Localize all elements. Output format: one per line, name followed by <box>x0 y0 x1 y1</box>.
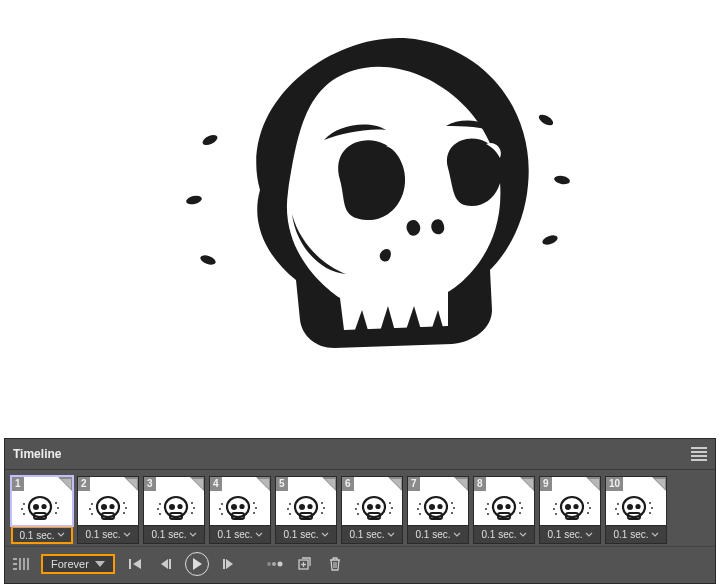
frame-number: 2 <box>78 477 90 491</box>
svg-point-102 <box>617 513 619 515</box>
svg-point-48 <box>299 504 305 510</box>
prev-frame-button[interactable] <box>155 554 175 574</box>
frame-thumbnail[interactable]: 7 <box>407 476 469 526</box>
svg-marker-111 <box>226 559 233 569</box>
tween-button[interactable] <box>265 554 285 574</box>
next-frame-button[interactable] <box>219 554 239 574</box>
frame-corner-fold-icon <box>322 477 336 491</box>
frame-delay-label: 0.1 sec. <box>283 529 318 540</box>
svg-point-51 <box>287 508 289 510</box>
timeline-frame[interactable]: 6 0.1 sec. <box>341 476 403 544</box>
svg-point-43 <box>253 502 255 504</box>
frame-corner-fold-icon <box>652 477 666 491</box>
frame-delay-select[interactable]: 0.1 sec. <box>341 526 403 544</box>
timeline-frame[interactable]: 7 0.1 sec. <box>407 476 469 544</box>
timeline-frames-strip: 1 0.1 sec.2 0.1 sec.3 0.1 sec.4 <box>5 470 715 546</box>
timeline-frame[interactable]: 4 0.1 sec. <box>209 476 271 544</box>
frame-delay-select[interactable]: 0.1 sec. <box>539 526 601 544</box>
svg-point-9 <box>41 503 46 508</box>
frame-thumbnail[interactable]: 2 <box>77 476 139 526</box>
svg-point-29 <box>177 503 182 508</box>
frame-delay-select[interactable]: 0.1 sec. <box>209 526 271 544</box>
frame-delay-select[interactable]: 0.1 sec. <box>143 526 205 544</box>
frame-delay-label: 0.1 sec. <box>19 530 54 541</box>
svg-point-89 <box>573 503 578 508</box>
svg-point-91 <box>553 508 555 510</box>
frame-delay-label: 0.1 sec. <box>151 529 186 540</box>
svg-point-75 <box>451 512 453 514</box>
frame-delay-select[interactable]: 0.1 sec. <box>473 526 535 544</box>
svg-point-45 <box>253 512 255 514</box>
first-frame-button[interactable] <box>125 554 145 574</box>
timeline-controls: Forever <box>5 546 715 583</box>
chevron-down-icon <box>57 532 65 538</box>
timeline-menu-button[interactable] <box>691 447 707 461</box>
svg-point-105 <box>649 512 651 514</box>
svg-point-42 <box>221 513 223 515</box>
frame-corner-fold-icon <box>58 477 72 491</box>
svg-point-64 <box>391 507 393 509</box>
timeline-frame[interactable]: 2 0.1 sec. <box>77 476 139 544</box>
frame-thumbnail[interactable]: 9 <box>539 476 601 526</box>
frame-delay-select[interactable]: 0.1 sec. <box>11 526 73 544</box>
frame-delay-select[interactable]: 0.1 sec. <box>275 526 337 544</box>
svg-point-114 <box>277 562 282 567</box>
svg-point-23 <box>123 502 125 504</box>
svg-point-40 <box>221 503 223 505</box>
svg-point-3 <box>537 113 555 128</box>
svg-point-84 <box>521 507 523 509</box>
frame-thumb-content <box>12 492 72 525</box>
frame-thumbnail[interactable]: 4 <box>209 476 271 526</box>
convert-to-video-timeline-button[interactable] <box>11 554 31 574</box>
frame-delay-select[interactable]: 0.1 sec. <box>605 526 667 544</box>
svg-point-99 <box>635 503 640 508</box>
timeline-frame[interactable]: 8 0.1 sec. <box>473 476 535 544</box>
svg-rect-106 <box>129 559 131 569</box>
svg-point-80 <box>487 503 489 505</box>
timeline-frame[interactable]: 5 0.1 sec. <box>275 476 337 544</box>
svg-point-104 <box>651 507 653 509</box>
svg-point-55 <box>321 512 323 514</box>
svg-point-70 <box>419 503 421 505</box>
svg-point-68 <box>429 504 435 510</box>
timeline-frame[interactable]: 10 0.1 sec. <box>605 476 667 544</box>
timeline-frame[interactable]: 1 0.1 sec. <box>11 476 73 544</box>
svg-point-72 <box>419 513 421 515</box>
timeline-frame[interactable]: 9 0.1 sec. <box>539 476 601 544</box>
frame-delay-select[interactable]: 0.1 sec. <box>407 526 469 544</box>
frame-number: 10 <box>606 477 623 491</box>
frame-thumbnail[interactable]: 8 <box>473 476 535 526</box>
frame-corner-fold-icon <box>256 477 270 491</box>
loop-select[interactable]: Forever <box>41 554 115 574</box>
chevron-down-icon <box>95 561 105 567</box>
play-button[interactable] <box>185 552 209 576</box>
svg-point-69 <box>437 503 442 508</box>
frame-thumbnail[interactable]: 1 <box>11 476 73 526</box>
trash-icon <box>328 557 342 571</box>
frame-delay-select[interactable]: 0.1 sec. <box>77 526 139 544</box>
chevron-down-icon <box>585 532 593 538</box>
svg-point-10 <box>23 503 25 505</box>
svg-point-1 <box>185 194 202 205</box>
svg-point-2 <box>199 254 217 267</box>
frame-thumbnail[interactable]: 5 <box>275 476 337 526</box>
frame-thumbnail[interactable]: 10 <box>605 476 667 526</box>
svg-point-83 <box>519 502 521 504</box>
svg-point-50 <box>289 503 291 505</box>
frame-delay-label: 0.1 sec. <box>85 529 120 540</box>
frame-thumbnail[interactable]: 6 <box>341 476 403 526</box>
app-root: Timeline 1 0.1 sec.2 0.1 sec.3 <box>0 0 720 588</box>
frame-number: 4 <box>210 477 222 491</box>
frame-corner-fold-icon <box>586 477 600 491</box>
duplicate-frame-button[interactable] <box>295 554 315 574</box>
svg-point-95 <box>587 512 589 514</box>
svg-point-71 <box>417 508 419 510</box>
delete-frame-button[interactable] <box>325 554 345 574</box>
svg-point-8 <box>33 504 39 510</box>
frame-number: 6 <box>342 477 354 491</box>
tween-icon <box>266 557 284 571</box>
timeline-frame[interactable]: 3 0.1 sec. <box>143 476 205 544</box>
frame-delay-label: 0.1 sec. <box>613 529 648 540</box>
canvas-artwork-skull <box>140 10 580 390</box>
frame-thumbnail[interactable]: 3 <box>143 476 205 526</box>
